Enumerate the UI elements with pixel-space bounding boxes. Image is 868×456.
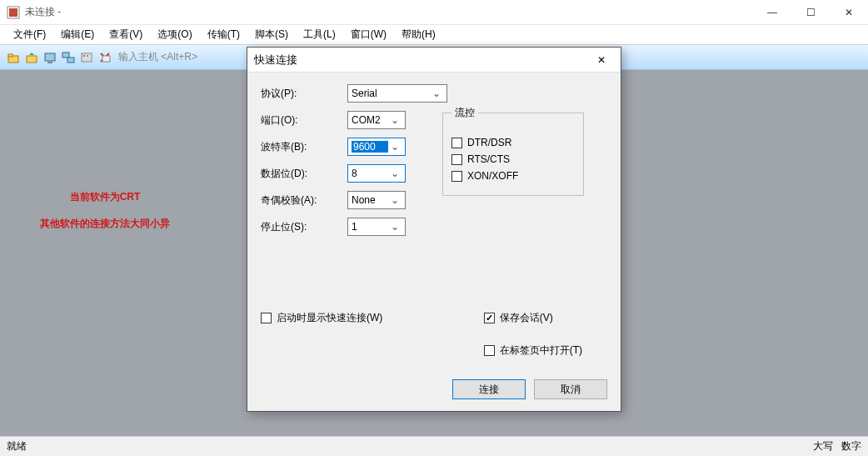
protocol-combo[interactable]: Serial ⌄: [347, 84, 447, 103]
annotation-line1: 当前软件为CRT: [40, 183, 170, 210]
save-session-label: 保存会话(V): [500, 311, 553, 325]
xon-label: XON/XOFF: [467, 170, 518, 182]
chevron-down-icon: ⌄: [388, 168, 402, 179]
maximize-button[interactable]: ☐: [791, 0, 830, 24]
connect-button[interactable]: 连接: [452, 379, 526, 399]
port-value: COM2: [352, 114, 388, 126]
rts-checkbox[interactable]: [451, 154, 462, 165]
dtr-checkbox[interactable]: [451, 138, 462, 148]
menu-edit[interactable]: 编辑(E): [54, 26, 101, 43]
menu-view[interactable]: 查看(V): [102, 26, 149, 43]
baud-value: 9600: [352, 141, 388, 153]
cancel-button[interactable]: 取消: [534, 379, 607, 399]
parity-value: None: [352, 194, 388, 206]
databits-combo[interactable]: 8 ⌄: [347, 164, 406, 183]
xon-checkbox[interactable]: [451, 171, 462, 182]
svg-rect-5: [45, 53, 55, 61]
status-caps: 大写: [813, 439, 833, 453]
statusbar: 就绪 大写 数字: [0, 436, 868, 456]
window-title: 未连接 -: [25, 5, 753, 19]
svg-point-10: [83, 55, 85, 57]
close-button[interactable]: ✕: [830, 0, 868, 24]
menu-options[interactable]: 选项(O): [151, 26, 198, 43]
stopbits-label: 停止位(S):: [261, 220, 347, 234]
parity-label: 奇偶校验(A):: [261, 193, 347, 208]
flow-legend: 流控: [451, 106, 478, 120]
databits-value: 8: [352, 168, 388, 179]
rts-label: RTS/CTS: [467, 153, 510, 165]
databits-label: 数据位(D):: [261, 167, 347, 181]
protocol-value: Serial: [352, 88, 430, 99]
minimize-button[interactable]: —: [753, 0, 791, 24]
menubar: 文件(F) 编辑(E) 查看(V) 选项(O) 传输(T) 脚本(S) 工具(L…: [0, 25, 868, 45]
status-ready: 就绪: [7, 439, 813, 453]
menu-transfer[interactable]: 传输(T): [201, 26, 247, 43]
chevron-down-icon: ⌄: [430, 88, 443, 99]
port-label: 端口(O):: [261, 113, 347, 128]
protocol-label: 协议(P):: [261, 87, 347, 101]
toolbar-icon-4[interactable]: [60, 49, 77, 66]
svg-rect-6: [47, 62, 52, 63]
quick-connect-dialog: 快速连接 ✕ 协议(P): Serial ⌄ 端口(O): COM2 ⌄ 波特率…: [247, 47, 621, 412]
menu-tools[interactable]: 工具(L): [297, 26, 342, 43]
svg-rect-7: [62, 53, 69, 58]
baud-combo[interactable]: 9600 ⌄: [347, 138, 406, 156]
svg-rect-3: [8, 54, 12, 57]
chevron-down-icon: ⌄: [388, 194, 402, 206]
menu-script[interactable]: 脚本(S): [248, 26, 295, 43]
chevron-down-icon: ⌄: [388, 221, 402, 233]
toolbar-icon-6[interactable]: [97, 49, 113, 66]
app-icon: [7, 6, 20, 19]
host-input[interactable]: 输入主机 <Alt+R>: [118, 50, 197, 64]
svg-rect-8: [67, 58, 74, 63]
window-titlebar: 未连接 - — ☐ ✕: [0, 0, 868, 25]
open-in-tab-checkbox[interactable]: [484, 345, 495, 356]
dialog-title: 快速连接: [254, 53, 589, 68]
chevron-down-icon: ⌄: [388, 141, 402, 153]
toolbar-icon-1[interactable]: [5, 49, 22, 66]
save-session-checkbox[interactable]: [484, 313, 495, 323]
annotation-line2: 其他软件的连接方法大同小异: [40, 210, 170, 237]
dialog-titlebar: 快速连接 ✕: [247, 48, 621, 73]
svg-rect-9: [82, 53, 92, 62]
baud-label: 波特率(B):: [261, 140, 347, 154]
flow-control-group: 流控 DTR/DSR RTS/CTS XON/XOFF: [442, 106, 584, 196]
annotation-text: 当前软件为CRT 其他软件的连接方法大同小异: [40, 183, 170, 237]
menu-window[interactable]: 窗口(W): [344, 26, 393, 43]
toolbar-icon-3[interactable]: [42, 49, 58, 66]
open-in-tab-label: 在标签页中打开(T): [500, 343, 582, 358]
dialog-close-button[interactable]: ✕: [589, 48, 614, 72]
stopbits-value: 1: [352, 221, 388, 233]
parity-combo[interactable]: None ⌄: [347, 191, 406, 209]
menu-file[interactable]: 文件(F): [7, 26, 52, 43]
menu-help[interactable]: 帮助(H): [395, 26, 442, 43]
svg-rect-1: [9, 8, 17, 17]
stopbits-combo[interactable]: 1 ⌄: [347, 218, 406, 236]
startup-checkbox[interactable]: [261, 313, 272, 323]
startup-label: 启动时显示快速连接(W): [277, 311, 382, 325]
svg-rect-12: [102, 56, 110, 62]
status-num: 数字: [841, 439, 861, 453]
toolbar-icon-5[interactable]: [78, 49, 95, 66]
port-combo[interactable]: COM2 ⌄: [347, 111, 406, 129]
toolbar-icon-2[interactable]: [23, 49, 40, 66]
chevron-down-icon: ⌄: [388, 114, 402, 126]
svg-point-11: [87, 55, 88, 57]
svg-rect-4: [27, 56, 37, 63]
dtr-label: DTR/DSR: [467, 137, 511, 148]
